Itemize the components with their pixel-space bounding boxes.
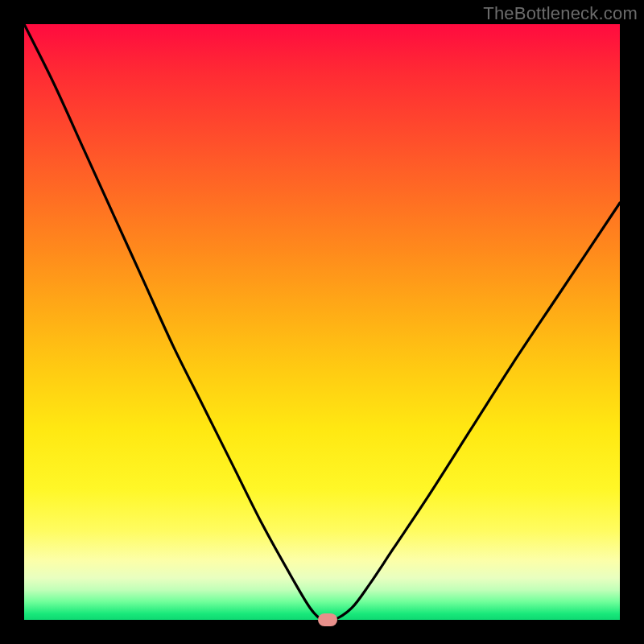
gradient-plot-area	[24, 24, 620, 620]
watermark-label: TheBottleneck.com	[483, 3, 638, 24]
optimal-point-marker	[318, 613, 337, 626]
curve-svg	[24, 24, 620, 620]
bottleneck-curve	[24, 24, 620, 620]
chart-frame: TheBottleneck.com	[0, 0, 644, 644]
